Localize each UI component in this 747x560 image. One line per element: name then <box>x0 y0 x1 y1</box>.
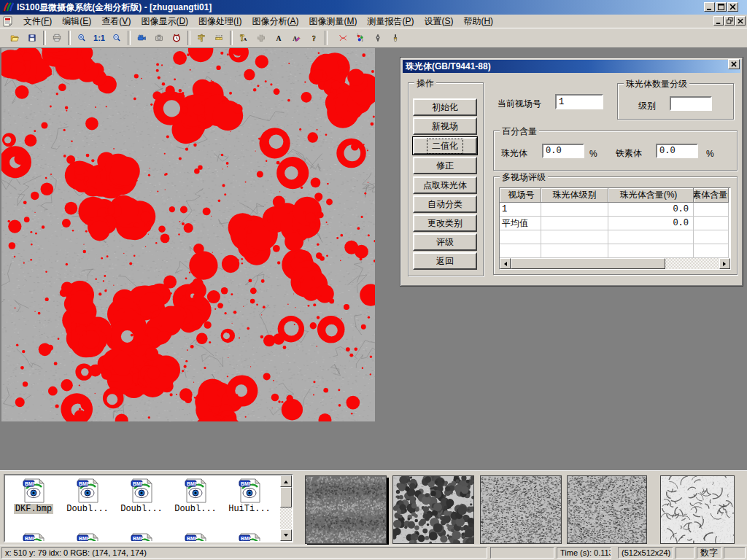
file-name: HuiTi... <box>227 504 272 514</box>
video-capture-button[interactable] <box>133 29 150 47</box>
open-file-button[interactable] <box>6 29 23 47</box>
svg-text:BMP: BMP <box>79 536 90 541</box>
rating-table: 视场号 珠光体级别 珠光体含量(%) 铁素体含量(%) 1 0.0 平均值 0.… <box>499 187 731 270</box>
bmp-file-icon: BMP <box>22 533 45 542</box>
file-item[interactable]: BMPDoubl... <box>61 477 115 529</box>
timer-button[interactable] <box>168 29 185 47</box>
child-restore-button[interactable] <box>724 16 735 26</box>
camera-capture-button[interactable] <box>150 29 168 47</box>
point-pick-icon <box>374 31 382 45</box>
file-item[interactable]: BMPDKF.bmp <box>7 477 61 529</box>
menu-item-measure-report[interactable]: 测量报告(P) <box>363 15 418 28</box>
menu-item-help[interactable]: 帮助(H) <box>459 15 498 28</box>
table-row[interactable]: 平均值 0.0 <box>500 217 730 230</box>
table-horizontal-scrollbar[interactable] <box>500 258 730 269</box>
child-window-icon[interactable] <box>3 16 15 27</box>
current-field-input[interactable] <box>555 94 603 109</box>
arrow-right-icon <box>723 262 728 266</box>
menu-item-view[interactable]: 查看(V) <box>97 15 135 28</box>
pearlite-unit: % <box>589 149 597 159</box>
fill-brush-button[interactable] <box>387 29 404 47</box>
sample-thumbnail-3[interactable] <box>480 475 562 544</box>
scrollbar-thumb[interactable] <box>280 487 292 508</box>
merge-button[interactable] <box>252 29 270 47</box>
correct-button[interactable]: 修正 <box>413 157 477 174</box>
grain-trace-button[interactable] <box>334 29 352 47</box>
scroll-left-button[interactable] <box>500 258 511 269</box>
menu-item-file[interactable]: 文件(F) <box>19 15 56 28</box>
bmp-file-icon: BMP <box>184 533 207 542</box>
measure-label-button[interactable]: A <box>235 29 252 47</box>
scroll-up-button[interactable] <box>280 475 292 487</box>
caliper-button[interactable] <box>193 29 210 47</box>
svg-text:BMP: BMP <box>187 536 198 541</box>
menu-item-image-display[interactable]: 图像显示(D) <box>136 15 193 28</box>
help-button[interactable]: ? <box>305 29 322 47</box>
file-vertical-scrollbar[interactable] <box>280 475 292 541</box>
status-panel-empty <box>676 547 694 559</box>
point-pick-button[interactable] <box>369 29 387 47</box>
micrograph-image[interactable] <box>1 48 375 421</box>
init-button[interactable]: 初始化 <box>413 98 477 116</box>
window-minimize-button[interactable] <box>704 2 715 12</box>
file-item[interactable]: BMPDoubl... <box>169 477 222 529</box>
child-close-button[interactable] <box>735 16 746 26</box>
file-item[interactable]: BMP <box>169 532 222 542</box>
svg-text:BMP: BMP <box>187 481 198 486</box>
zoom-out-button[interactable] <box>108 29 125 47</box>
new-field-button[interactable]: 新视场 <box>413 117 477 135</box>
sample-thumbnail-2[interactable] <box>392 475 474 544</box>
file-item[interactable]: BMP <box>7 532 61 542</box>
file-item[interactable]: BMP <box>61 532 115 542</box>
file-item[interactable]: BMPDoubl... <box>115 477 169 529</box>
auto-classify-button[interactable]: 自动分类 <box>413 195 477 213</box>
file-item[interactable]: BMP <box>115 532 169 542</box>
menu-item-image-process[interactable]: 图像处理(I) <box>194 15 246 28</box>
file-item[interactable]: BMPHuiTi... <box>222 477 276 529</box>
menu-item-edit[interactable]: 编辑(E) <box>58 15 96 28</box>
scrollbar-thumb[interactable] <box>511 258 665 269</box>
dialog-title-bar[interactable]: 珠光体(GB/T9441-88) <box>403 60 740 73</box>
grade-group-label: 珠光体数量分级 <box>624 78 689 90</box>
window-close-button[interactable] <box>727 2 738 12</box>
window-maximize-button[interactable] <box>716 2 727 12</box>
phase-classify-button[interactable]: 2 1 3 <box>352 29 369 47</box>
menu-item-image-analysis[interactable]: 图像分析(A) <box>247 15 303 28</box>
fill-brush-icon <box>391 31 400 45</box>
pick-pearlite-button[interactable]: 点取珠光体 <box>413 176 477 194</box>
pearlite-percent-input[interactable] <box>542 144 584 158</box>
zoom-in-button[interactable] <box>73 29 90 47</box>
save-button[interactable] <box>23 29 41 47</box>
annotate-button[interactable]: A <box>287 29 305 47</box>
child-minimize-button[interactable] <box>713 16 724 26</box>
sample-thumbnail-5[interactable] <box>660 475 735 544</box>
measure-length-button[interactable] <box>210 29 228 47</box>
bmp-file-icon: BMP <box>238 478 261 503</box>
svg-text:BMP: BMP <box>79 481 90 486</box>
menu-item-image-measure[interactable]: 图像测量(M) <box>304 15 361 28</box>
sample-thumbnail-4[interactable] <box>567 475 647 544</box>
change-class-button[interactable]: 更改类别 <box>413 214 477 232</box>
binarize-button[interactable]: 二值化 <box>413 137 477 155</box>
menu-bar: 文件(F) 编辑(E) 查看(V) 图像显示(D) 图像处理(I) 图像分析(A… <box>0 15 747 28</box>
close-icon <box>738 18 743 24</box>
scroll-down-button[interactable] <box>280 529 292 541</box>
return-button[interactable]: 返回 <box>413 252 477 270</box>
dialog-close-button[interactable] <box>728 59 740 69</box>
time-panel: Time (s): 0.113 <box>557 547 611 559</box>
print-button[interactable] <box>48 29 66 47</box>
toolbar-separator <box>128 31 131 45</box>
file-name: Doubl... <box>119 504 164 514</box>
table-row[interactable]: 1 0.0 <box>500 203 730 217</box>
menu-item-settings[interactable]: 设置(S) <box>419 15 457 28</box>
rate-button[interactable]: 评级 <box>413 233 477 251</box>
level-input[interactable] <box>670 96 712 111</box>
actual-size-button[interactable]: 1:1 <box>90 29 108 47</box>
scroll-right-button[interactable] <box>719 258 730 269</box>
text-button[interactable]: A <box>270 29 287 47</box>
file-item[interactable]: BMP <box>222 532 276 542</box>
sample-thumbnail-1[interactable] <box>305 475 387 544</box>
svg-text:3: 3 <box>362 39 363 42</box>
ferrite-percent-input[interactable] <box>656 144 698 158</box>
file-name: Doubl... <box>173 504 218 514</box>
